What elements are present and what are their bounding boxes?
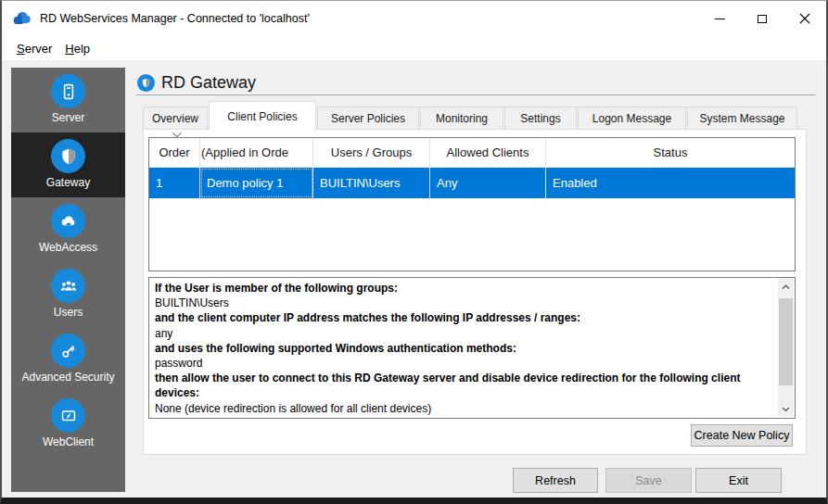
tab-client-policies[interactable]: Client Policies [209,101,316,131]
menu-server[interactable]: Server [10,39,58,58]
gateway-shield-icon [137,74,155,92]
sidebar-item-label: Users [11,306,125,319]
cell-status: Enabled [546,168,795,198]
caption-buttons [698,1,826,36]
sidebar-item-users[interactable]: Users [11,262,125,327]
page-title: RD Gateway [161,73,256,93]
column-header-order[interactable]: Order [149,138,200,167]
menu-bar: Server Help [2,36,826,60]
cell-name: Demo policy 1 [200,168,313,198]
sidebar-item-advanced-security[interactable]: Advanced Security [11,327,125,392]
menu-help[interactable]: Help [58,39,96,58]
save-button[interactable]: Save [605,468,692,493]
sidebar-item-label: Advanced Security [11,371,125,384]
column-header-status[interactable]: Status [546,138,795,167]
details-line: password [155,356,771,371]
scroll-up-button[interactable] [778,279,794,295]
details-line: then allow the user to connect to this R… [155,371,771,400]
sidebar-item-server[interactable]: Server [11,68,125,132]
app-window: RD WebServices Manager - Connected to 'l… [0,0,828,504]
sort-descending-icon [172,132,183,138]
chevron-up-icon [782,284,790,290]
window-title: RD WebServices Manager - Connected to 'l… [40,12,310,25]
column-header-users-groups[interactable]: Users / Groups [313,138,430,167]
details-line: any [155,326,771,341]
tab-monitoring[interactable]: Monitoring [420,107,503,130]
maximize-button[interactable] [741,1,783,36]
tab-server-policies[interactable]: Server Policies [317,107,419,130]
details-line: BUILTIN\Users [155,296,771,310]
tab-settings[interactable]: Settings [504,107,577,130]
details-line: If the User is member of the following g… [155,281,771,296]
gateway-shield-icon [51,139,85,173]
table-header-row: Order (Applied in Orde Users / Groups Al… [149,138,795,168]
scrollbar-thumb[interactable] [779,298,793,385]
policies-table: Order (Applied in Orde Users / Groups Al… [148,137,796,271]
title-bar: RD WebServices Manager - Connected to 'l… [2,1,826,36]
details-line: and uses the following supported Windows… [155,341,771,356]
sidebar-item-gateway[interactable]: Gateway [11,132,125,197]
key-icon [51,334,85,368]
create-new-policy-button[interactable]: Create New Policy [691,424,793,447]
header-divider [136,94,815,95]
app-cloud-icon [12,9,32,28]
cell-order: 1 [149,168,200,198]
column-header-allowed-clients[interactable]: Allowed Clients [430,138,546,167]
minimize-icon [715,19,725,19]
tab-system-message[interactable]: System Message [687,107,797,130]
sidebar-item-label: WebAccess [11,241,125,254]
details-line: and the client computer IP address match… [155,310,771,325]
users-icon [51,269,85,303]
sidebar-item-label: Server [11,111,125,124]
policy-details-panel: If the User is member of the following g… [148,277,796,419]
details-line: None (device redirection is allowed for … [155,401,771,416]
cell-users-groups: BUILTIN\Users [313,168,430,198]
vertical-scrollbar[interactable] [778,279,794,417]
sidebar: Server Gateway WebAccess [11,68,125,492]
scroll-down-button[interactable] [778,401,794,417]
cell-allowed-clients: Any [430,168,546,198]
sidebar-item-label: Gateway [11,176,125,189]
client-policies-panel: Order (Applied in Orde Users / Groups Al… [143,129,807,455]
table-row-selected[interactable]: 1 Demo policy 1 BUILTIN\Users Any Enable… [149,168,795,198]
tab-logon-message[interactable]: Logon Message [578,107,686,130]
close-icon [799,13,810,24]
minimize-button[interactable] [698,1,741,36]
server-icon [51,74,85,108]
tab-overview[interactable]: Overview [143,107,208,130]
exit-button[interactable]: Exit [695,468,782,493]
cloud-icon [51,204,85,238]
sidebar-item-webclient[interactable]: WebClient [11,392,125,457]
page-header: RD Gateway [137,73,256,93]
sidebar-item-webaccess[interactable]: WebAccess [11,197,125,262]
close-button[interactable] [783,1,826,36]
chevron-down-icon [782,407,790,412]
sidebar-item-label: WebClient [11,435,125,448]
column-header-name[interactable]: (Applied in Orde [200,138,313,167]
tab-strip: Overview Client Policies Server Policies… [143,100,798,130]
refresh-button[interactable]: Refresh [513,468,598,493]
maximize-icon [758,15,767,23]
monitor-icon [51,398,85,433]
